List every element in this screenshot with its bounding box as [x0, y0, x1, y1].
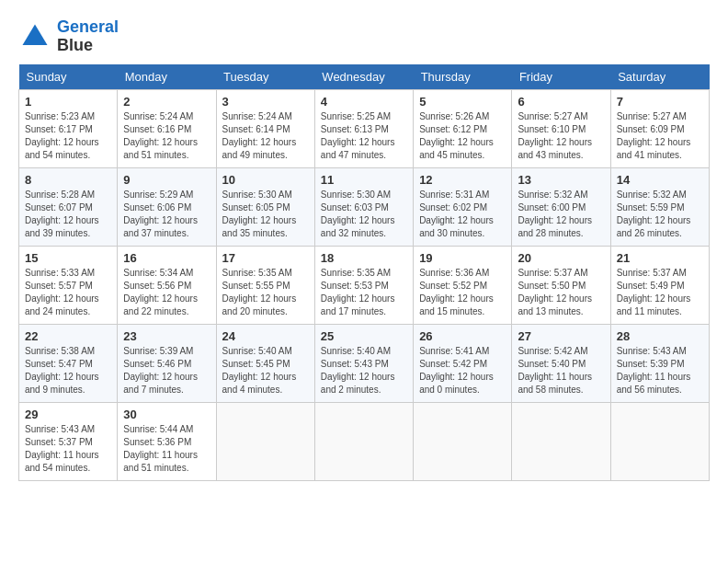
calendar-header-row: SundayMondayTuesdayWednesdayThursdayFrid… — [19, 64, 710, 90]
calendar-header-monday: Monday — [118, 64, 216, 90]
day-number: 20 — [518, 251, 604, 265]
calendar-header-tuesday: Tuesday — [216, 64, 314, 90]
day-number: 19 — [419, 251, 506, 265]
calendar-cell: 23Sunrise: 5:39 AM Sunset: 5:46 PM Dayli… — [118, 324, 216, 402]
day-info: Sunrise: 5:34 AM Sunset: 5:56 PM Dayligh… — [123, 267, 210, 318]
day-number: 22 — [25, 329, 111, 343]
calendar-cell — [414, 402, 512, 480]
calendar-header-saturday: Saturday — [610, 64, 709, 90]
day-info: Sunrise: 5:43 AM Sunset: 5:39 PM Dayligh… — [617, 345, 703, 396]
calendar-cell: 10Sunrise: 5:30 AM Sunset: 6:05 PM Dayli… — [216, 167, 314, 246]
calendar-cell: 27Sunrise: 5:42 AM Sunset: 5:40 PM Dayli… — [512, 324, 610, 402]
day-info: Sunrise: 5:25 AM Sunset: 6:13 PM Dayligh… — [321, 110, 407, 162]
day-number: 13 — [518, 173, 604, 187]
day-info: Sunrise: 5:40 AM Sunset: 5:45 PM Dayligh… — [222, 345, 309, 396]
day-number: 28 — [617, 329, 703, 343]
day-info: Sunrise: 5:44 AM Sunset: 5:36 PM Dayligh… — [123, 423, 210, 475]
day-info: Sunrise: 5:41 AM Sunset: 5:42 PM Dayligh… — [419, 345, 506, 396]
calendar-header-sunday: Sunday — [19, 64, 118, 90]
day-number: 29 — [25, 408, 111, 421]
day-number: 2 — [123, 95, 210, 109]
calendar-cell: 30Sunrise: 5:44 AM Sunset: 5:36 PM Dayli… — [118, 402, 216, 480]
day-info: Sunrise: 5:35 AM Sunset: 5:53 PM Dayligh… — [321, 267, 407, 318]
day-number: 15 — [25, 251, 111, 265]
calendar-cell: 12Sunrise: 5:31 AM Sunset: 6:02 PM Dayli… — [414, 167, 512, 246]
day-number: 5 — [419, 95, 506, 109]
day-number: 14 — [617, 173, 703, 187]
week-row-5: 29Sunrise: 5:43 AM Sunset: 5:37 PM Dayli… — [19, 402, 710, 480]
day-number: 26 — [419, 329, 506, 343]
calendar-table: SundayMondayTuesdayWednesdayThursdayFrid… — [18, 64, 710, 481]
day-info: Sunrise: 5:36 AM Sunset: 5:52 PM Dayligh… — [419, 267, 506, 318]
day-number: 16 — [123, 251, 210, 265]
day-info: Sunrise: 5:24 AM Sunset: 6:14 PM Dayligh… — [222, 110, 309, 162]
calendar-cell: 7Sunrise: 5:27 AM Sunset: 6:09 PM Daylig… — [610, 89, 709, 167]
calendar-cell: 24Sunrise: 5:40 AM Sunset: 5:45 PM Dayli… — [216, 324, 314, 402]
day-number: 8 — [25, 173, 111, 187]
day-info: Sunrise: 5:39 AM Sunset: 5:46 PM Dayligh… — [123, 345, 210, 396]
day-info: Sunrise: 5:28 AM Sunset: 6:07 PM Dayligh… — [25, 189, 111, 240]
day-number: 11 — [321, 173, 407, 187]
day-number: 9 — [123, 173, 210, 187]
calendar-cell: 18Sunrise: 5:35 AM Sunset: 5:53 PM Dayli… — [314, 246, 413, 324]
calendar-header-friday: Friday — [512, 64, 610, 90]
day-info: Sunrise: 5:30 AM Sunset: 6:03 PM Dayligh… — [321, 189, 407, 240]
calendar-cell: 13Sunrise: 5:32 AM Sunset: 6:00 PM Dayli… — [512, 167, 610, 246]
calendar-cell — [314, 402, 413, 480]
day-info: Sunrise: 5:40 AM Sunset: 5:43 PM Dayligh… — [321, 345, 407, 396]
day-info: Sunrise: 5:32 AM Sunset: 5:59 PM Dayligh… — [617, 189, 703, 240]
week-row-4: 22Sunrise: 5:38 AM Sunset: 5:47 PM Dayli… — [19, 324, 710, 402]
day-number: 10 — [222, 173, 309, 187]
calendar-cell: 6Sunrise: 5:27 AM Sunset: 6:10 PM Daylig… — [512, 89, 610, 167]
calendar-cell: 16Sunrise: 5:34 AM Sunset: 5:56 PM Dayli… — [118, 246, 216, 324]
day-info: Sunrise: 5:43 AM Sunset: 5:37 PM Dayligh… — [25, 423, 111, 475]
calendar-cell: 20Sunrise: 5:37 AM Sunset: 5:50 PM Dayli… — [512, 246, 610, 324]
calendar-cell: 29Sunrise: 5:43 AM Sunset: 5:37 PM Dayli… — [19, 402, 118, 480]
day-number: 6 — [518, 95, 604, 109]
calendar-header-thursday: Thursday — [414, 64, 512, 90]
calendar-cell: 11Sunrise: 5:30 AM Sunset: 6:03 PM Dayli… — [314, 167, 413, 246]
calendar-cell — [512, 402, 610, 480]
calendar-cell: 2Sunrise: 5:24 AM Sunset: 6:16 PM Daylig… — [118, 89, 216, 167]
calendar-cell: 1Sunrise: 5:23 AM Sunset: 6:17 PM Daylig… — [19, 89, 118, 167]
day-info: Sunrise: 5:24 AM Sunset: 6:16 PM Dayligh… — [123, 110, 210, 162]
day-number: 21 — [617, 251, 703, 265]
week-row-2: 8Sunrise: 5:28 AM Sunset: 6:07 PM Daylig… — [19, 167, 710, 246]
day-info: Sunrise: 5:29 AM Sunset: 6:06 PM Dayligh… — [123, 189, 210, 240]
day-info: Sunrise: 5:27 AM Sunset: 6:09 PM Dayligh… — [617, 110, 703, 162]
calendar-cell: 8Sunrise: 5:28 AM Sunset: 6:07 PM Daylig… — [19, 167, 118, 246]
day-number: 4 — [321, 95, 407, 109]
day-info: Sunrise: 5:23 AM Sunset: 6:17 PM Dayligh… — [25, 110, 111, 162]
day-info: Sunrise: 5:32 AM Sunset: 6:00 PM Dayligh… — [518, 189, 604, 240]
calendar-cell: 3Sunrise: 5:24 AM Sunset: 6:14 PM Daylig… — [216, 89, 314, 167]
calendar-cell: 19Sunrise: 5:36 AM Sunset: 5:52 PM Dayli… — [414, 246, 512, 324]
day-number: 30 — [123, 408, 210, 421]
logo-text: General Blue — [57, 18, 119, 55]
day-number: 24 — [222, 329, 309, 343]
day-info: Sunrise: 5:42 AM Sunset: 5:40 PM Dayligh… — [518, 345, 604, 396]
page-header: General Blue — [18, 18, 710, 55]
day-info: Sunrise: 5:37 AM Sunset: 5:50 PM Dayligh… — [518, 267, 604, 318]
day-info: Sunrise: 5:27 AM Sunset: 6:10 PM Dayligh… — [518, 110, 604, 162]
day-info: Sunrise: 5:31 AM Sunset: 6:02 PM Dayligh… — [419, 189, 506, 240]
day-number: 25 — [321, 329, 407, 343]
calendar-cell: 4Sunrise: 5:25 AM Sunset: 6:13 PM Daylig… — [314, 89, 413, 167]
week-row-3: 15Sunrise: 5:33 AM Sunset: 5:57 PM Dayli… — [19, 246, 710, 324]
logo-icon — [18, 20, 51, 53]
day-number: 18 — [321, 251, 407, 265]
calendar-cell — [216, 402, 314, 480]
day-number: 1 — [25, 95, 111, 109]
day-number: 23 — [123, 329, 210, 343]
logo: General Blue — [18, 18, 119, 55]
day-number: 3 — [222, 95, 309, 109]
calendar-cell: 22Sunrise: 5:38 AM Sunset: 5:47 PM Dayli… — [19, 324, 118, 402]
calendar-cell: 14Sunrise: 5:32 AM Sunset: 5:59 PM Dayli… — [610, 167, 709, 246]
svg-marker-0 — [23, 24, 48, 45]
calendar-cell: 21Sunrise: 5:37 AM Sunset: 5:49 PM Dayli… — [610, 246, 709, 324]
day-info: Sunrise: 5:38 AM Sunset: 5:47 PM Dayligh… — [25, 345, 111, 396]
day-info: Sunrise: 5:33 AM Sunset: 5:57 PM Dayligh… — [25, 267, 111, 318]
calendar-cell: 25Sunrise: 5:40 AM Sunset: 5:43 PM Dayli… — [314, 324, 413, 402]
day-info: Sunrise: 5:26 AM Sunset: 6:12 PM Dayligh… — [419, 110, 506, 162]
day-number: 12 — [419, 173, 506, 187]
day-number: 17 — [222, 251, 309, 265]
